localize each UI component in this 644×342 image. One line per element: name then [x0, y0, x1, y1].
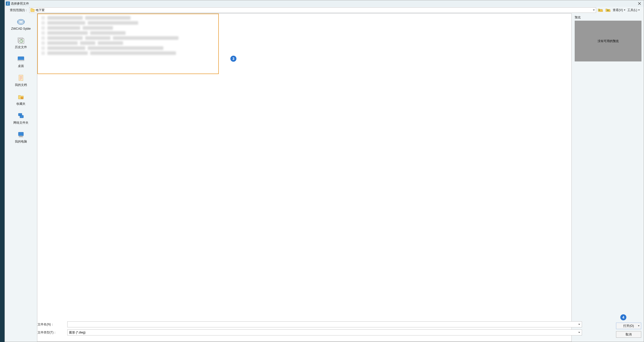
bottom-buttons: 打开(O) 取消: [616, 323, 641, 338]
chevron-down-icon: [593, 10, 595, 11]
preview-label: 预览: [575, 14, 642, 21]
favorites-icon: [16, 92, 26, 101]
chevron-down-icon: [624, 10, 625, 11]
sidebar: ZWCAD Syble 历史文件: [5, 13, 37, 342]
cancel-button[interactable]: 取消: [616, 331, 641, 338]
sidebar-item-documents[interactable]: 我的文档: [5, 72, 37, 91]
preview-box: 没有可用的预览: [575, 21, 641, 61]
filename-label: 文件名(N)：: [38, 322, 65, 327]
app-background: [0, 0, 5, 342]
network-icon: [16, 111, 26, 120]
sidebar-item-zwcad[interactable]: ZWCAD Syble: [5, 16, 37, 34]
desktop-icon: [16, 54, 26, 63]
dialog-title: 选择参照文件: [11, 2, 29, 6]
cancel-button-label: 取消: [626, 332, 632, 337]
toolbar-right: 查看(V) 工具(L): [598, 8, 642, 13]
lookup-row: 查找范围(I)： 地下室 查看(V): [5, 7, 644, 13]
view-dropdown[interactable]: 查看(V): [613, 8, 625, 12]
filetype-value: 图形 (*.dwg): [69, 330, 85, 335]
app-icon: Z: [6, 2, 10, 6]
svg-rect-16: [18, 132, 23, 136]
svg-rect-8: [19, 75, 23, 81]
svg-point-2: [17, 19, 24, 24]
svg-rect-7: [18, 60, 24, 61]
sidebar-item-label: 历史文件: [15, 45, 27, 49]
history-icon: [16, 36, 26, 45]
preview-empty-text: 没有可用的预览: [598, 39, 619, 43]
chevron-down-icon: [638, 10, 640, 11]
svg-rect-14: [20, 115, 23, 118]
lookup-value: 地下室: [36, 8, 45, 12]
filetype-select[interactable]: 图形 (*.dwg): [67, 329, 582, 335]
sidebar-item-history[interactable]: 历史文件: [5, 34, 37, 53]
filename-input[interactable]: [67, 321, 582, 327]
back-folder-button[interactable]: [598, 8, 603, 13]
tools-label: 工具(L): [627, 8, 637, 12]
lookup-label: 查找范围(I)：: [10, 8, 28, 12]
sidebar-item-desktop[interactable]: 桌面: [5, 53, 37, 72]
chevron-down-icon: [578, 332, 580, 333]
callout-badge-4: 4: [620, 314, 626, 320]
close-icon: [638, 2, 641, 5]
filetype-row: 文件类型(T)： 图形 (*.dwg): [38, 329, 641, 335]
tools-dropdown[interactable]: 工具(L): [627, 8, 640, 12]
sidebar-item-network[interactable]: 网络文件夹: [5, 110, 37, 128]
file-list-area[interactable]: [37, 13, 572, 342]
close-button[interactable]: [637, 1, 642, 6]
svg-rect-18: [19, 136, 23, 137]
file-dialog: Z 选择参照文件 查找范围(I)： 地下室: [5, 0, 644, 342]
callout-badge-3: 3: [230, 56, 236, 62]
sidebar-item-label: 我的文档: [15, 83, 27, 87]
open-button-label: 打开(O): [623, 324, 634, 328]
zwcad-icon: [16, 17, 26, 26]
folder-up-icon: [605, 8, 610, 12]
preview-panel: 预览 没有可用的预览: [573, 13, 644, 342]
sidebar-item-label: 桌面: [18, 64, 24, 68]
computer-icon: [16, 130, 26, 139]
sidebar-item-favorites[interactable]: 收藏夹: [5, 91, 37, 110]
chevron-down-icon: [638, 325, 639, 326]
bottom-area: 文件名(N)： 文件类型(T)： 图形 (*.dwg) 打开(O) 取消: [38, 321, 641, 340]
documents-icon: [16, 73, 26, 82]
titlebar: Z 选择参照文件: [5, 0, 644, 7]
blurred-file-list: [41, 16, 213, 56]
folder-open-icon: [598, 8, 603, 12]
open-button[interactable]: 打开(O): [616, 323, 641, 329]
chevron-down-icon: [578, 324, 580, 325]
filetype-label: 文件类型(T)：: [38, 330, 65, 335]
sidebar-item-label: 收藏夹: [16, 102, 25, 106]
main-area: ZWCAD Syble 历史文件: [5, 13, 644, 342]
folder-icon: [30, 8, 35, 12]
lookup-select[interactable]: 地下室: [29, 7, 596, 13]
up-folder-button[interactable]: [605, 8, 611, 13]
sidebar-item-label: ZWCAD Syble: [11, 27, 30, 30]
view-label: 查看(V): [613, 8, 623, 12]
sidebar-item-label: 我的电脑: [15, 140, 27, 144]
sidebar-item-computer[interactable]: 我的电脑: [5, 128, 37, 147]
filename-row: 文件名(N)：: [38, 321, 641, 327]
sidebar-item-label: 网络文件夹: [13, 121, 28, 125]
